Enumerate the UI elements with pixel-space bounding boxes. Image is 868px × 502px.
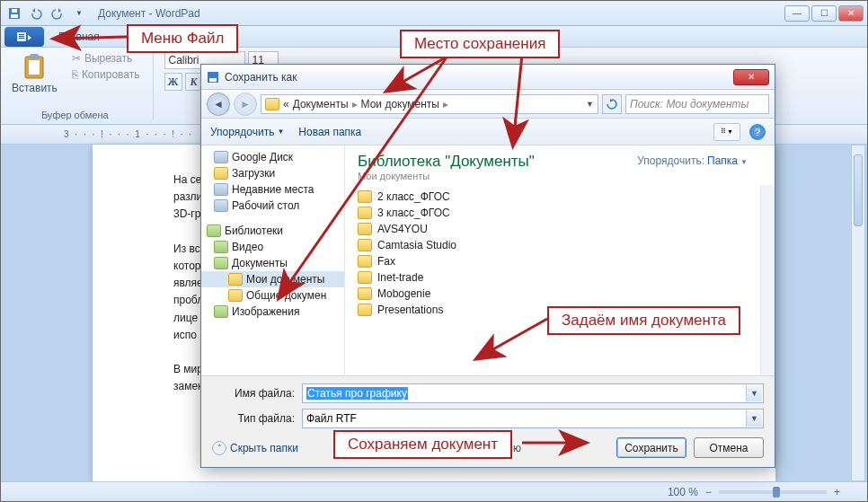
bold-button[interactable]: Ж bbox=[164, 73, 182, 91]
chevron-down-icon[interactable]: ▼ bbox=[586, 100, 594, 109]
tree-node[interactable]: Google Диск bbox=[201, 149, 344, 165]
scroll-thumb[interactable] bbox=[854, 154, 863, 226]
library-subtitle: Мои документы bbox=[358, 171, 762, 181]
window-controls: — ☐ ✕ bbox=[784, 5, 864, 22]
undo-icon[interactable] bbox=[26, 4, 46, 23]
list-item[interactable]: Camtasia Studio bbox=[352, 237, 753, 253]
redo-icon[interactable] bbox=[48, 4, 67, 23]
chevron-down-icon[interactable]: ▼ bbox=[746, 385, 762, 401]
tree-node-label: Документы bbox=[232, 257, 288, 269]
chevron-down-icon[interactable]: ▼ bbox=[746, 410, 762, 427]
clipboard-group-label: Буфер обмена bbox=[41, 110, 109, 120]
save-icon[interactable] bbox=[4, 4, 24, 23]
copy-button[interactable]: ⎘Копировать bbox=[68, 67, 144, 82]
svg-rect-5 bbox=[19, 36, 24, 37]
tree-node[interactable]: Общие докумен bbox=[201, 287, 344, 304]
svg-rect-1 bbox=[11, 14, 18, 18]
file-scrollbar[interactable] bbox=[760, 185, 775, 375]
titlebar: ▼ Документ - WordPad — ☐ ✕ bbox=[1, 1, 867, 26]
sort-value[interactable]: Папка bbox=[707, 154, 738, 167]
view-options-button[interactable]: ⠿▼ bbox=[713, 123, 740, 141]
cancel-button[interactable]: Отмена bbox=[694, 437, 764, 458]
search-placeholder: Поиск: Мои документы bbox=[630, 98, 748, 110]
file-menu-button[interactable] bbox=[4, 27, 44, 47]
tree-node[interactable]: Рабочий стол bbox=[201, 198, 344, 214]
zoom-out-button[interactable]: − bbox=[705, 486, 712, 498]
tree-node[interactable]: Библиотеки bbox=[201, 223, 344, 239]
tree-node[interactable]: Изображения bbox=[201, 304, 344, 320]
zoom-in-button[interactable]: + bbox=[834, 486, 840, 498]
vertical-scrollbar[interactable] bbox=[851, 145, 865, 481]
dialog-titlebar: Сохранить как ✕ bbox=[201, 65, 775, 90]
list-item[interactable]: 2 класс_ФГОС bbox=[352, 189, 753, 205]
statusbar: 100 % − + bbox=[1, 481, 867, 501]
folder-icon bbox=[358, 255, 372, 268]
lib-icon bbox=[214, 241, 228, 253]
save-as-dialog: Сохранить как ✕ ◄ ► « Документы ▸ Мои до… bbox=[200, 64, 775, 468]
folder-icon bbox=[358, 223, 372, 235]
hide-folders-button[interactable]: ˄ Скрыть папки bbox=[212, 441, 298, 455]
clipboard-group: Вставить ✂Вырезать ⎘Копировать Буфер обм… bbox=[6, 51, 154, 120]
filename-value: Статья про графику bbox=[306, 387, 408, 400]
fold-icon bbox=[228, 273, 243, 286]
chevron-right-icon: ▸ bbox=[443, 98, 448, 110]
filetype-value: Файл RTF bbox=[306, 412, 357, 425]
svg-rect-2 bbox=[12, 9, 17, 13]
address-bar[interactable]: « Документы ▸ Мои документы ▸ ▼ bbox=[261, 94, 598, 114]
clipboard-icon bbox=[22, 53, 47, 80]
filename-input[interactable]: Статья про графику ▼ bbox=[302, 383, 764, 403]
organize-button[interactable]: Упорядочить ▼ bbox=[210, 126, 284, 138]
svg-rect-4 bbox=[19, 34, 24, 35]
list-item[interactable]: Mobogenie bbox=[352, 286, 753, 302]
tree-node-label: Загрузки bbox=[232, 167, 275, 180]
new-folder-button[interactable]: Новая папка bbox=[298, 126, 361, 138]
paste-button[interactable]: Вставить bbox=[6, 51, 63, 96]
tree-node-label: Общие докумен bbox=[246, 289, 326, 302]
zoom-label: 100 % bbox=[668, 486, 698, 498]
tree-node[interactable]: Мои документы bbox=[201, 271, 344, 287]
zoom-slider[interactable] bbox=[719, 490, 827, 494]
search-input[interactable]: Поиск: Мои документы bbox=[625, 94, 769, 114]
chevron-down-icon: ▼ bbox=[740, 158, 748, 166]
crumb[interactable]: Мои документы bbox=[361, 98, 439, 110]
tree-node-label: Google Диск bbox=[232, 151, 293, 163]
dialog-nav: ◄ ► « Документы ▸ Мои документы ▸ ▼ Поис… bbox=[201, 90, 775, 119]
refresh-button[interactable] bbox=[602, 94, 622, 114]
forward-button[interactable]: ► bbox=[234, 92, 257, 116]
close-button[interactable]: ✕ bbox=[838, 5, 864, 22]
folder-tree[interactable]: Google ДискЗагрузкиНедавние местаРабочий… bbox=[201, 145, 345, 375]
dialog-close-button[interactable]: ✕ bbox=[733, 69, 769, 85]
list-item-label: AVS4YOU bbox=[377, 223, 428, 235]
file-pane: Библиотека "Документы" Мои документы Упо… bbox=[345, 145, 775, 375]
tree-node[interactable]: Документы bbox=[201, 255, 344, 271]
back-button[interactable]: ◄ bbox=[207, 92, 230, 116]
maximize-button[interactable]: ☐ bbox=[811, 5, 837, 22]
minimize-button[interactable]: — bbox=[784, 5, 810, 22]
list-item[interactable]: 3 класс_ФГОС bbox=[352, 205, 753, 221]
list-item[interactable]: Fax bbox=[352, 253, 753, 269]
list-item-label: Fax bbox=[377, 255, 395, 268]
crumb[interactable]: Документы bbox=[293, 98, 349, 110]
filetype-input[interactable]: Файл RTF ▼ bbox=[302, 409, 764, 428]
cut-button[interactable]: ✂Вырезать bbox=[68, 51, 144, 66]
help-button[interactable]: ? bbox=[749, 124, 766, 140]
tab-home[interactable]: Главная bbox=[49, 27, 109, 47]
dialog-title: Сохранить как bbox=[225, 71, 297, 84]
svg-rect-8 bbox=[29, 60, 40, 75]
file-list[interactable]: 2 класс_ФГОС3 класс_ФГОСAVS4YOUCamtasia … bbox=[345, 185, 760, 375]
library-header: Библиотека "Документы" Мои документы Упо… bbox=[345, 145, 775, 185]
gen-icon bbox=[214, 199, 228, 212]
tree-node[interactable]: Загрузки bbox=[201, 165, 344, 181]
crumb-prefix: « bbox=[283, 98, 289, 110]
save-button[interactable]: Сохранить bbox=[616, 437, 686, 458]
filetype-label: Тип файла: bbox=[212, 412, 295, 425]
save-icon bbox=[207, 71, 219, 84]
tree-node[interactable]: Видео bbox=[201, 239, 344, 255]
list-item-label: Inet-trade bbox=[377, 271, 423, 284]
qat-dropdown-icon[interactable]: ▼ bbox=[69, 4, 89, 23]
sort-control[interactable]: Упорядочить: Папка ▼ bbox=[637, 154, 748, 167]
list-item[interactable]: Inet-trade bbox=[352, 269, 753, 286]
list-item[interactable]: AVS4YOU bbox=[352, 221, 753, 237]
folder-icon bbox=[358, 239, 372, 251]
tree-node[interactable]: Недавние места bbox=[201, 181, 344, 198]
